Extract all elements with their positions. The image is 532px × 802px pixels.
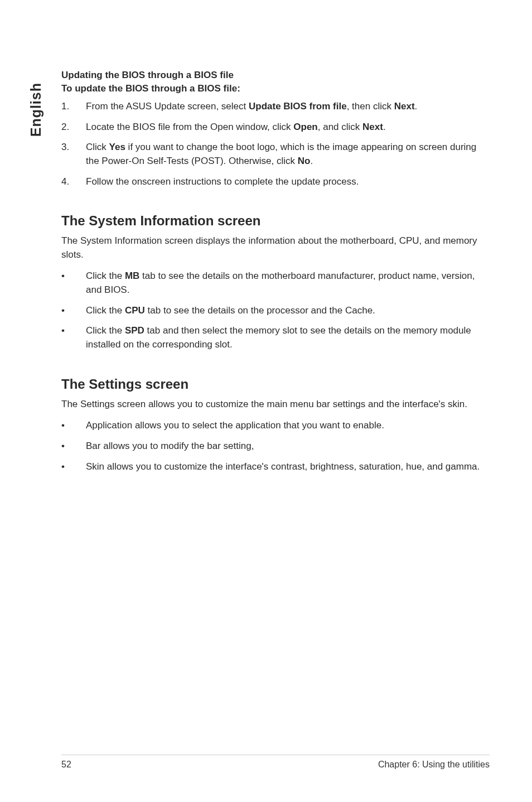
settings-title: The Settings screen [61,376,490,392]
bullet-icon: • [61,419,86,433]
list-item: • Application allows you to select the a… [61,419,490,433]
sysinfo-list: • Click the MB tab to see the details on… [61,269,490,351]
list-item: 4. Follow the onscreen instructions to c… [61,175,490,189]
page-footer: 52 Chapter 6: Using the utilities [0,755,532,770]
list-item: 1. From the ASUS Update screen, select U… [61,100,490,114]
list-item: • Click the SPD tab and then select the … [61,324,490,351]
bullet-icon: • [61,324,86,351]
item-text: Skin allows you to customize the interfa… [86,460,480,474]
chapter-label: Chapter 6: Using the utilities [378,760,490,770]
page-content: Updating the BIOS through a BIOS file To… [0,0,532,474]
item-text: Application allows you to select the app… [86,419,384,433]
bullet-icon: • [61,269,86,297]
bios-file-steps: 1. From the ASUS Update screen, select U… [61,100,490,189]
page-number: 52 [61,760,71,770]
bullet-icon: • [61,304,86,318]
item-text: Bar allows you to modify the bar setting… [86,439,254,453]
step-text: Locate the BIOS file from the Open windo… [86,120,386,134]
sysinfo-intro: The System Information screen displays t… [61,234,490,262]
bullet-icon: • [61,439,86,453]
list-item: • Click the CPU tab to see the details o… [61,304,490,318]
list-item: • Bar allows you to modify the bar setti… [61,439,490,453]
settings-list: • Application allows you to select the a… [61,419,490,474]
step-number: 2. [61,120,86,134]
settings-intro: The Settings screen allows you to custom… [61,398,490,412]
step-number: 1. [61,100,86,114]
list-item: • Click the MB tab to see the details on… [61,269,490,297]
item-text: Click the CPU tab to see the details on … [86,304,375,318]
sysinfo-title: The System Information screen [61,213,490,229]
step-number: 3. [61,141,86,168]
list-item: 3. Click Yes if you want to change the b… [61,141,490,168]
list-item: • Skin allows you to customize the inter… [61,460,490,474]
step-text: From the ASUS Update screen, select Upda… [86,100,417,114]
item-text: Click the SPD tab and then select the me… [86,324,490,351]
bios-file-heading-1: Updating the BIOS through a BIOS file [61,70,490,81]
bios-file-heading-2: To update the BIOS through a BIOS file: [61,83,490,94]
language-tab: English [28,83,44,137]
list-item: 2. Locate the BIOS file from the Open wi… [61,120,490,134]
step-number: 4. [61,175,86,189]
bullet-icon: • [61,460,86,474]
footer-divider [61,755,490,755]
item-text: Click the MB tab to see the details on t… [86,269,490,297]
step-text: Follow the onscreen instructions to comp… [86,175,359,189]
step-text: Click Yes if you want to change the boot… [86,141,490,168]
